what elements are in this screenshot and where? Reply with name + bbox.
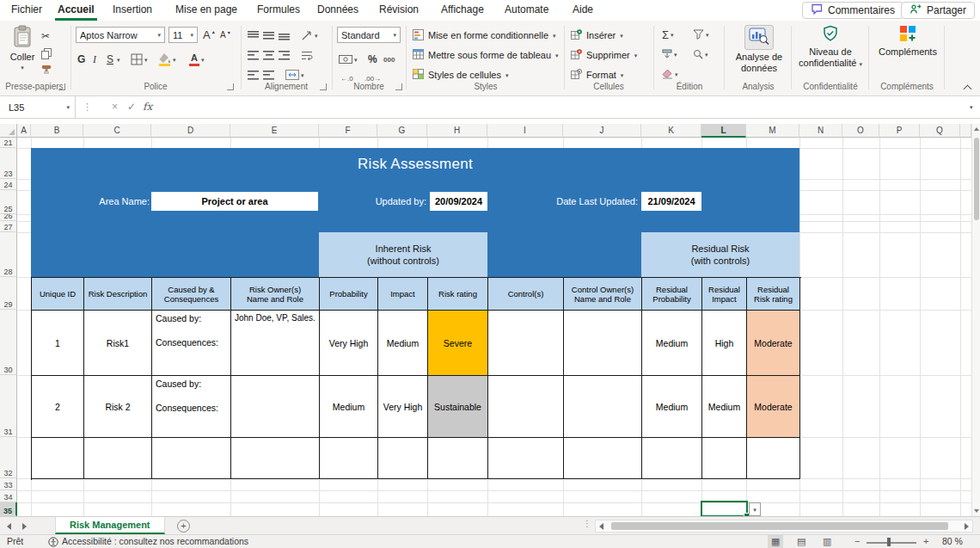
risk2-residual-probability-cell[interactable]: Medium bbox=[642, 376, 702, 438]
conditional-formatting-button[interactable]: Mise en forme conditionnelle▾ bbox=[413, 27, 556, 44]
horizontal-scrollbar[interactable] bbox=[595, 520, 973, 533]
align-top-icon[interactable] bbox=[248, 28, 259, 43]
zoom-in-button[interactable]: + bbox=[920, 535, 932, 548]
data-validation-dropdown[interactable]: ▾ bbox=[749, 502, 761, 516]
scroll-up-icon[interactable] bbox=[974, 127, 979, 131]
percent-icon[interactable]: % bbox=[368, 52, 377, 67]
menu-tab-formules[interactable]: Formules bbox=[254, 0, 303, 21]
column-header-M[interactable]: M bbox=[746, 124, 799, 138]
menu-tab-aide[interactable]: Aide bbox=[570, 0, 596, 21]
col-header-control-owner[interactable]: Control Owner(s) Name and Role bbox=[564, 278, 642, 311]
empty-cell[interactable] bbox=[488, 438, 564, 479]
row-header-35[interactable]: 35 bbox=[0, 502, 17, 516]
zoom-slider-thumb[interactable] bbox=[887, 538, 891, 546]
selected-cell[interactable] bbox=[701, 501, 748, 517]
zoom-slider[interactable] bbox=[867, 542, 916, 544]
cancel-icon[interactable]: × bbox=[112, 96, 118, 118]
column-header-L[interactable]: L bbox=[701, 124, 746, 138]
cut-icon[interactable]: ✂ bbox=[41, 28, 50, 44]
sensitivity-button[interactable]: Niveau de confidentialité ▾ bbox=[796, 25, 865, 69]
insert-function-icon[interactable]: fx bbox=[143, 96, 152, 118]
scroll-down-icon[interactable] bbox=[974, 509, 979, 513]
row-header-28[interactable]: 28 bbox=[0, 232, 17, 277]
horizontal-scroll-thumb[interactable] bbox=[611, 522, 948, 530]
menu-tab-donnees[interactable]: Données bbox=[315, 0, 361, 21]
empty-cell[interactable] bbox=[152, 438, 231, 479]
currency-icon[interactable]: ▾ bbox=[339, 52, 358, 67]
row-header-21[interactable]: 21 bbox=[0, 138, 17, 148]
risk1-rating-cell[interactable]: Severe bbox=[428, 311, 488, 376]
insert-cells-button[interactable]: Insérer▾ bbox=[571, 27, 623, 44]
thousands-separator-icon[interactable]: 000 bbox=[383, 52, 395, 67]
format-painter-icon[interactable] bbox=[41, 62, 52, 77]
grow-font-icon[interactable]: A▴ bbox=[203, 27, 215, 42]
format-as-table-button[interactable]: Mettre sous forme de tableau▾ bbox=[413, 46, 559, 64]
risk2-unique-id-cell[interactable]: 2 bbox=[32, 376, 84, 438]
column-header-K[interactable]: K bbox=[641, 124, 701, 138]
underline-caret-icon[interactable]: ▾ bbox=[117, 52, 120, 67]
empty-cell[interactable] bbox=[231, 438, 320, 479]
normal-view-icon[interactable]: ▦ bbox=[768, 535, 783, 548]
align-left-icon[interactable] bbox=[248, 47, 259, 63]
zoom-level[interactable]: 80 % bbox=[942, 536, 963, 546]
risk1-residual-rating-cell[interactable]: Moderate bbox=[747, 311, 800, 376]
underline-icon[interactable]: S bbox=[107, 52, 113, 67]
col-header-impact[interactable]: Impact bbox=[378, 278, 428, 311]
italic-icon[interactable]: I bbox=[93, 52, 96, 67]
column-header-E[interactable]: E bbox=[230, 124, 319, 138]
row-header-25[interactable]: 25 bbox=[0, 190, 17, 214]
row-header-23[interactable]: 23 bbox=[0, 148, 17, 179]
data-analysis-button[interactable]: Analyse de données bbox=[729, 25, 789, 74]
column-header-C[interactable]: C bbox=[83, 124, 151, 138]
name-box[interactable]: L35 ▾ bbox=[0, 96, 76, 118]
risk2-probability-cell[interactable]: Medium bbox=[320, 376, 378, 438]
empty-cell[interactable] bbox=[564, 438, 642, 479]
col-header-unique-id[interactable]: Unique ID bbox=[32, 278, 84, 311]
find-select-icon[interactable]: ▾ bbox=[693, 46, 708, 62]
page-break-view-icon[interactable]: ▥ bbox=[819, 535, 835, 548]
col-header-risk-rating[interactable]: Risk rating bbox=[428, 278, 488, 311]
scroll-left-icon[interactable] bbox=[599, 523, 603, 530]
col-header-caused-by[interactable]: Caused by & Consequences bbox=[152, 278, 231, 311]
date-last-updated-value[interactable]: 21/09/2024 bbox=[641, 192, 701, 211]
risk2-residual-rating-cell[interactable]: Moderate bbox=[747, 376, 800, 438]
menu-tab-automate[interactable]: Automate bbox=[502, 0, 551, 21]
col-header-residual-probability[interactable]: Residual Probability bbox=[642, 278, 702, 311]
column-header-P[interactable]: P bbox=[879, 124, 920, 138]
shrink-font-icon[interactable]: A▾ bbox=[220, 27, 230, 42]
empty-cell[interactable] bbox=[702, 438, 747, 479]
addins-button[interactable]: Compléments bbox=[875, 25, 940, 58]
column-header-Q[interactable]: Q bbox=[920, 124, 960, 138]
column-header-F[interactable]: F bbox=[319, 124, 377, 138]
accessibility-status[interactable]: Accessibilité : consultez nos recommanda… bbox=[62, 536, 248, 546]
column-header-G[interactable]: G bbox=[377, 124, 427, 138]
risk2-controls-cell[interactable] bbox=[488, 376, 564, 438]
col-header-residual-impact[interactable]: Residual Impact bbox=[702, 278, 747, 311]
menu-tab-revision[interactable]: Révision bbox=[377, 0, 421, 21]
col-header-residual-risk-rating[interactable]: Residual Risk rating bbox=[747, 278, 800, 311]
menu-tab-accueil[interactable]: Accueil bbox=[55, 0, 97, 21]
risk2-rating-cell[interactable]: Sustainable bbox=[428, 376, 488, 438]
column-header-B[interactable]: B bbox=[31, 124, 83, 138]
vertical-scroll-thumb[interactable] bbox=[974, 138, 979, 220]
col-header-probability[interactable]: Probability bbox=[320, 278, 378, 311]
risk1-controls-cell[interactable] bbox=[488, 311, 564, 376]
formula-input[interactable] bbox=[160, 96, 963, 118]
empty-cell[interactable] bbox=[428, 438, 488, 479]
borders-icon[interactable]: ▾ bbox=[131, 52, 148, 67]
expand-formula-bar-icon[interactable]: ▾ bbox=[970, 104, 973, 110]
comments-button[interactable]: Commentaires bbox=[802, 2, 903, 19]
row-header-24[interactable]: 24 bbox=[0, 179, 17, 190]
align-right-icon[interactable] bbox=[279, 47, 290, 63]
empty-cell[interactable] bbox=[747, 438, 800, 479]
clear-icon[interactable]: ▾ bbox=[662, 66, 678, 82]
column-header-N[interactable]: N bbox=[799, 124, 842, 138]
risk1-residual-impact-cell[interactable]: High bbox=[702, 311, 747, 376]
risk1-caused-by-cell[interactable]: Caused by:Consequences: bbox=[152, 311, 231, 376]
autosum-icon[interactable]: Σ▾ bbox=[662, 27, 674, 42]
row-header-31[interactable]: 31 bbox=[0, 375, 17, 437]
copy-icon[interactable] bbox=[41, 46, 52, 61]
column-header-O[interactable]: O bbox=[842, 124, 879, 138]
empty-cell[interactable] bbox=[32, 438, 84, 479]
column-header-I[interactable]: I bbox=[487, 124, 563, 138]
